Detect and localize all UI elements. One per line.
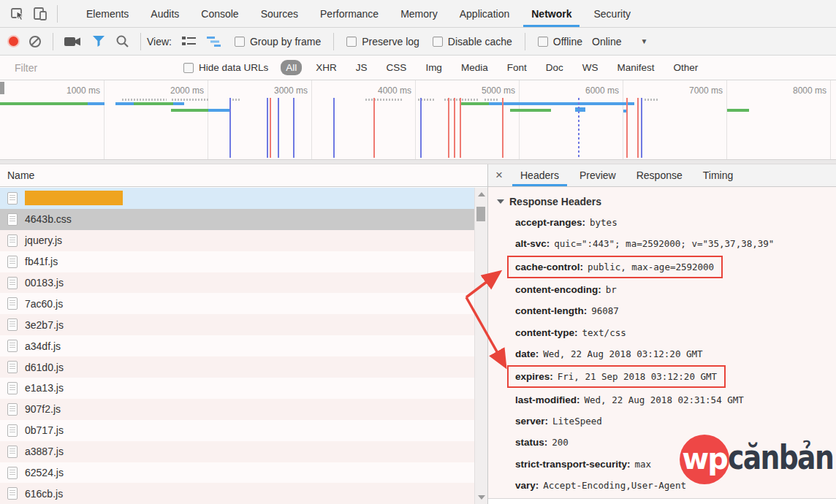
tab-memory[interactable]: Memory — [390, 0, 449, 27]
inspect-element-icon[interactable] — [7, 3, 29, 25]
filter-chip-xhr[interactable]: XHR — [311, 60, 342, 75]
device-toolbar-icon[interactable] — [29, 3, 51, 25]
header-name: content-length: — [515, 305, 587, 316]
column-header-name[interactable]: Name — [0, 164, 487, 187]
response-headers-section[interactable]: Response Headers — [488, 187, 836, 212]
filter-chip-img[interactable]: Img — [420, 60, 447, 75]
document-icon — [7, 382, 18, 394]
filter-chip-doc[interactable]: Doc — [541, 60, 569, 75]
filter-input[interactable] — [13, 61, 177, 75]
document-icon — [7, 192, 18, 205]
header-name: expires: — [515, 371, 553, 382]
network-overview[interactable]: 1000 ms2000 ms3000 ms4000 ms5000 ms6000 … — [0, 80, 836, 159]
ruler-gridline — [415, 80, 416, 159]
requests-scrollbar[interactable] — [474, 188, 487, 504]
table-row[interactable]: 62524.js — [0, 462, 475, 484]
request-rows: 4643b.cssjquery.jsfb41f.js00183.js7ac60.… — [0, 188, 475, 504]
tab-application[interactable]: Application — [449, 0, 521, 27]
tab-sources[interactable]: Sources — [250, 0, 309, 27]
details-tabbar: × HeadersPreviewResponseTiming — [488, 164, 836, 187]
record-button[interactable] — [9, 37, 18, 46]
preserve-log-checkbox[interactable]: Preserve log — [346, 36, 419, 47]
view-waterfall-icon[interactable] — [207, 36, 223, 47]
ruler-label: 2000 ms — [170, 85, 204, 96]
scroll-up-icon[interactable] — [478, 192, 485, 196]
request-name: 616cb.js — [25, 488, 63, 500]
table-row[interactable]: 7ac60.js — [0, 293, 475, 314]
offline-checkbox[interactable]: Offline — [538, 36, 582, 47]
overview-bottom-strip — [0, 159, 836, 164]
tab-performance[interactable]: Performance — [309, 0, 390, 27]
header-value: Wed, 22 Aug 2018 02:31:54 GMT — [585, 394, 744, 405]
table-row[interactable]: jquery.js — [0, 230, 475, 251]
table-row-selected[interactable]: 4643b.css — [0, 209, 475, 230]
table-row[interactable]: 616cb.js — [0, 483, 475, 504]
highlight-box: cache-control:public, max-age=2592000 — [515, 255, 836, 279]
table-row[interactable]: 00183.js — [0, 272, 475, 294]
tab-security[interactable]: Security — [582, 0, 642, 27]
screenshot-capture-icon[interactable] — [64, 36, 82, 47]
filter-chip-media[interactable]: Media — [456, 60, 493, 75]
close-icon[interactable]: × — [488, 164, 510, 186]
ruler-label: 6000 ms — [585, 85, 619, 96]
document-icon — [7, 277, 18, 289]
filter-chip-manifest[interactable]: Manifest — [612, 60, 659, 75]
throttling-select[interactable]: Online ▼ — [592, 36, 647, 47]
filter-chip-font[interactable]: Font — [502, 60, 532, 75]
document-icon — [7, 446, 18, 458]
tab-audits[interactable]: Audits — [140, 0, 190, 27]
view-list-icon[interactable] — [182, 36, 197, 47]
tab-console[interactable]: Console — [190, 0, 249, 27]
filter-chip-all[interactable]: All — [281, 60, 302, 75]
detail-tab-timing[interactable]: Timing — [693, 164, 744, 186]
table-row[interactable]: fb41f.js — [0, 251, 475, 272]
disable-cache-checkbox[interactable]: Disable cache — [433, 36, 512, 47]
clear-icon[interactable] — [28, 35, 42, 48]
table-row[interactable]: d61d0.js — [0, 356, 475, 378]
hide-data-urls-checkbox[interactable]: Hide data URLs — [183, 62, 268, 73]
header-value: text/css — [582, 327, 626, 338]
detail-tab-preview[interactable]: Preview — [569, 164, 626, 186]
filter-chip-other[interactable]: Other — [668, 60, 703, 75]
waterfall-bar — [444, 99, 479, 101]
header-value: LiteSpeed — [552, 416, 602, 427]
requests-table: Name 4643b.cssjquery.jsfb41f.js00183.js7… — [0, 164, 488, 504]
table-row[interactable]: 907f2.js — [0, 399, 475, 420]
detail-tab-headers[interactable]: Headers — [510, 164, 569, 186]
header-line-server-: server:LiteSpeed — [515, 411, 836, 432]
request-name: a34df.js — [25, 340, 61, 352]
table-row[interactable]: e1a13.js — [0, 378, 475, 399]
ruler-gridline — [830, 80, 831, 159]
tab-elements[interactable]: Elements — [75, 0, 140, 27]
resource-type-filters: AllXHRJSCSSImgMediaFontDocWSManifestOthe… — [276, 60, 707, 75]
event-divider-line — [278, 98, 279, 158]
filter-chip-ws[interactable]: WS — [577, 60, 604, 75]
request-name: a3887.js — [25, 446, 64, 457]
detail-tab-response[interactable]: Response — [626, 164, 693, 186]
filter-chip-css[interactable]: CSS — [381, 60, 412, 75]
filter-chip-js[interactable]: JS — [351, 60, 373, 75]
search-icon[interactable] — [115, 34, 129, 48]
table-row[interactable]: a34df.js — [0, 335, 475, 356]
scrollbar-thumb[interactable] — [476, 207, 485, 221]
request-name: 907f2.js — [25, 403, 61, 415]
document-icon — [7, 234, 18, 247]
header-line-date-: date:Wed, 22 Aug 2018 03:12:20 GMT — [515, 343, 836, 364]
group-by-frame-checkbox[interactable]: Group by frame — [235, 36, 321, 47]
table-row[interactable]: 0b717.js — [0, 420, 475, 441]
redacted-request-name — [25, 191, 123, 205]
ruler-label: 8000 ms — [793, 85, 826, 96]
waterfall-bar — [115, 102, 134, 105]
table-row[interactable]: 3e2b7.js — [0, 314, 475, 335]
table-row-highlighted[interactable] — [0, 188, 475, 209]
filter-funnel-icon[interactable] — [92, 35, 105, 47]
ruler-gridline — [519, 80, 520, 159]
event-divider-line — [460, 98, 461, 158]
ruler-gridline — [311, 80, 312, 159]
request-name: 7ac60.js — [25, 298, 63, 310]
table-row[interactable]: a3887.js — [0, 441, 475, 462]
event-divider-line — [373, 98, 375, 158]
scroll-down-icon[interactable] — [478, 495, 485, 500]
tab-network[interactable]: Network — [520, 0, 582, 27]
overview-drag-handle[interactable] — [0, 82, 4, 94]
